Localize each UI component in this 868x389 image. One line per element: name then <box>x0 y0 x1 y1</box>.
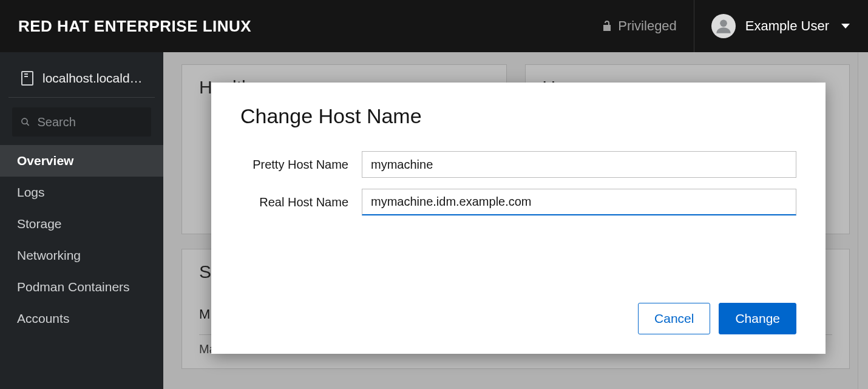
search-box[interactable] <box>12 107 151 137</box>
user-menu[interactable]: Example User <box>694 14 850 38</box>
sidebar-item-storage[interactable]: Storage <box>0 208 163 240</box>
privileged-label: Privileged <box>618 18 677 34</box>
pretty-hostname-input[interactable] <box>362 151 796 178</box>
search-icon <box>21 117 30 127</box>
unlock-icon <box>602 20 612 32</box>
brand-title: RED HAT ENTERPRISE LINUX <box>18 17 251 36</box>
sidebar-item-overview[interactable]: Overview <box>0 145 163 177</box>
host-selector[interactable]: localhost.localdo… <box>8 64 155 98</box>
dialog-title: Change Host Name <box>240 104 796 128</box>
svg-point-4 <box>22 118 27 124</box>
sidebar-nav: Overview Logs Storage Networking Podman … <box>0 145 163 334</box>
change-button[interactable]: Change <box>719 303 796 334</box>
sidebar-item-logs[interactable]: Logs <box>0 177 163 208</box>
server-icon <box>21 70 34 86</box>
top-bar: RED HAT ENTERPRISE LINUX Privileged Exam… <box>0 0 868 52</box>
sidebar: localhost.localdo… Overview Logs Storage… <box>0 52 163 389</box>
hostname-label: localhost.localdo… <box>42 71 143 86</box>
sidebar-item-podman[interactable]: Podman Containers <box>0 271 163 303</box>
svg-point-0 <box>720 20 727 27</box>
svg-line-5 <box>27 123 29 126</box>
search-input[interactable] <box>38 115 143 129</box>
avatar-icon <box>711 14 736 38</box>
user-name-label: Example User <box>745 18 829 34</box>
sidebar-item-networking[interactable]: Networking <box>0 240 163 271</box>
change-hostname-dialog: Change Host Name Pretty Host Name Real H… <box>211 83 826 354</box>
privileged-toggle[interactable]: Privileged <box>602 0 694 52</box>
real-hostname-label: Real Host Name <box>240 195 362 209</box>
cancel-button[interactable]: Cancel <box>638 303 710 334</box>
chevron-down-icon <box>841 24 850 29</box>
real-hostname-input[interactable] <box>362 189 796 215</box>
sidebar-item-accounts[interactable]: Accounts <box>0 303 163 334</box>
pretty-hostname-label: Pretty Host Name <box>240 158 362 172</box>
